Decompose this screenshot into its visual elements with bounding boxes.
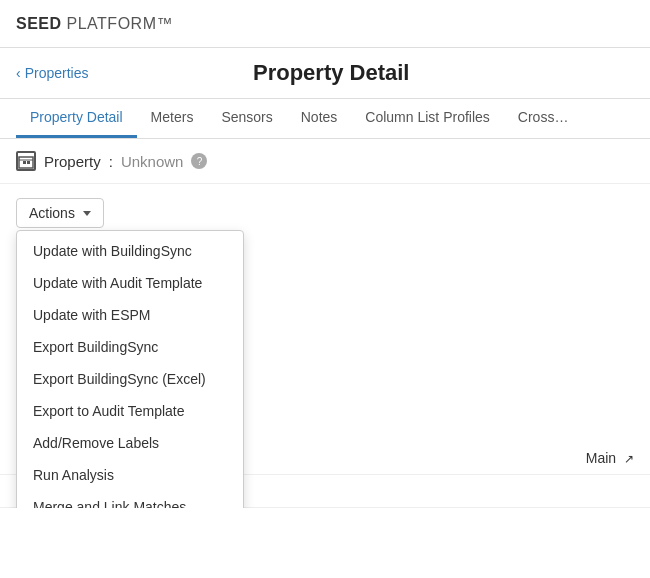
dropdown-item-5[interactable]: Export to Audit Template [17,395,243,427]
dropdown-item-0[interactable]: Update with BuildingSync [17,235,243,267]
help-icon[interactable]: ? [191,153,207,169]
property-separator: : [109,153,113,170]
svg-rect-2 [27,161,30,164]
app-logo: SEED PLATFORM™ [16,15,173,33]
property-value: Unknown [121,153,184,170]
main-label: Main ↗ [586,450,634,466]
building-icon [18,153,34,169]
dropdown-item-8[interactable]: Merge and Link Matches [17,491,243,508]
actions-button-label: Actions [29,205,75,221]
tab-column-list-profiles[interactable]: Column List Profiles [351,99,504,138]
tab-notes[interactable]: Notes [287,99,352,138]
actions-dropdown-menu: Update with BuildingSyncUpdate with Audi… [16,230,244,508]
property-icon [16,151,36,171]
tab-sensors[interactable]: Sensors [207,99,286,138]
caret-down-icon [83,211,91,216]
tabs-row: Property DetailMetersSensorsNotesColumn … [0,99,650,139]
logo-seed: SEED [16,15,62,32]
top-bar: SEED PLATFORM™ [0,0,650,48]
actions-button[interactable]: Actions [16,198,104,228]
page-title: Property Detail [253,60,410,86]
tab-cross[interactable]: Cross… [504,99,583,138]
tab-meters[interactable]: Meters [137,99,208,138]
dropdown-item-6[interactable]: Add/Remove Labels [17,427,243,459]
dropdown-item-3[interactable]: Export BuildingSync [17,331,243,363]
svg-rect-1 [23,161,26,164]
property-label-row: Property : Unknown ? [0,139,650,184]
external-link-icon[interactable]: ↗ [624,452,634,466]
dropdown-item-2[interactable]: Update with ESPM [17,299,243,331]
property-label: Property [44,153,101,170]
main-label-text: Main [586,450,616,466]
logo-platform: PLATFORM™ [67,15,173,32]
dropdown-item-1[interactable]: Update with Audit Template [17,267,243,299]
tab-property-detail[interactable]: Property Detail [16,99,137,138]
dropdown-item-7[interactable]: Run Analysis [17,459,243,491]
title-row: ‹ Properties Property Detail [0,48,650,99]
back-link[interactable]: ‹ Properties [16,65,88,81]
back-arrow-icon: ‹ [16,65,21,81]
dropdown-item-4[interactable]: Export BuildingSync (Excel) [17,363,243,395]
back-link-label: Properties [25,65,89,81]
actions-area: Actions Update with BuildingSyncUpdate w… [0,184,650,242]
